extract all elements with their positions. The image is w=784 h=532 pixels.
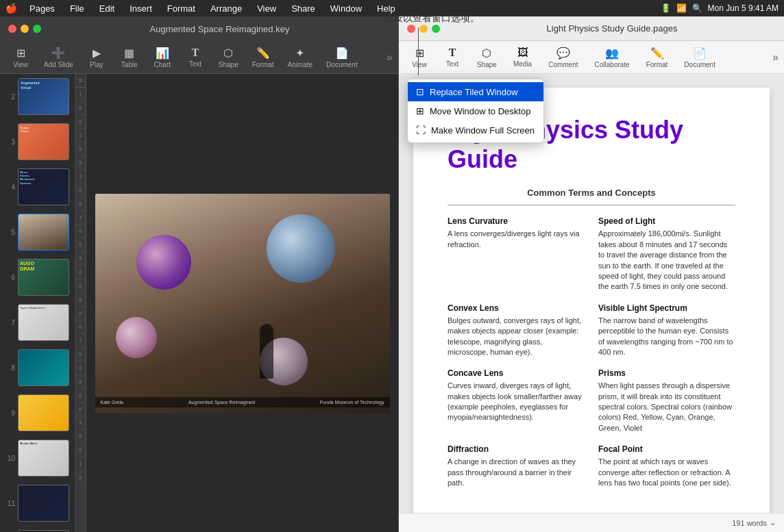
slide-thumb-7[interactable]: 7 Types of Applications [0, 300, 75, 345]
pages-text-button[interactable]: T Text [437, 44, 467, 71]
sphere-2 [267, 214, 335, 283]
pages-collaborate-icon: 👥 [605, 47, 619, 60]
slide-thumb-4[interactable]: 4 Micro-Electro-MechanicalSystems [0, 164, 75, 210]
context-menu: ⊡ Replace Tiled Window ⊞ Move Window to … [407, 79, 544, 143]
keynote-chart-button[interactable]: 📊 Chart [147, 44, 177, 71]
slide-thumb-9[interactable]: 9 [0, 390, 75, 435]
document-icon: 📄 [335, 47, 349, 60]
pages-toolbar-overflow-button[interactable]: » [772, 51, 779, 64]
document-terms-grid: Lens Curvature A lens converges/diverges… [448, 216, 735, 488]
chart-icon: 📊 [156, 47, 169, 60]
slide-preview-7: Types of Applications [18, 304, 69, 341]
pages-document-label: Document [684, 61, 715, 68]
keynote-document-button[interactable]: 📄 Document [321, 44, 363, 71]
menubar-share[interactable]: Share [289, 2, 318, 15]
format-label: Format [252, 61, 274, 68]
pages-document: Light Physics Study Guide Common Terms a… [413, 88, 770, 513]
slide-thumb-12[interactable]: 12 [0, 526, 75, 532]
keynote-format-button[interactable]: ✏️ Format [247, 44, 280, 71]
slide-thumbnail-panel[interactable]: 2 AugmentedVirtual 3 BudgetReport 4 Micr… [0, 74, 75, 532]
pages-shape-button[interactable]: ⬡ Shape [470, 44, 504, 71]
slide-thumb-2[interactable]: 2 AugmentedVirtual [0, 74, 75, 119]
term-3-label: Visible Light Spectrum [598, 303, 735, 313]
keynote-title: Augmented Space Reimagined.key [49, 24, 390, 34]
shape-label: Shape [219, 61, 238, 68]
term-convex-lens: Convex Lens Bulges outward, converges ra… [448, 303, 585, 358]
animate-label: Animate [287, 61, 313, 68]
keynote-play-button[interactable]: ▶ Play [82, 44, 112, 71]
menubar-pages[interactable]: Pages [27, 2, 58, 15]
menubar-insert[interactable]: Insert [127, 2, 155, 15]
pages-media-button[interactable]: 🖼 Media [506, 44, 539, 71]
menu-full-screen[interactable]: ⛶ Make Window Full Screen [408, 121, 543, 140]
slide-thumb-3[interactable]: 3 BudgetReport [0, 119, 75, 164]
chart-label: Chart [154, 61, 171, 68]
callout-line [418, 27, 419, 75]
view-label: View [13, 61, 28, 68]
pages-shape-icon: ⬡ [482, 47, 491, 60]
sphere-3 [116, 317, 157, 358]
menu-move-to-desktop-label: Move Window to Desktop [430, 106, 530, 116]
addslide-icon: ➕ [51, 47, 65, 60]
pages-view-button[interactable]: ⊞ View [404, 44, 434, 71]
clock-display: Mon Jun 5 9:41 AM [708, 3, 779, 13]
text-label: Text [189, 60, 201, 68]
keynote-view-button[interactable]: ⊞ View [5, 44, 36, 71]
slide-preview-6: AUGOGRAM [18, 259, 69, 296]
pages-maximize-button[interactable] [432, 25, 440, 33]
keynote-animate-button[interactable]: ✦ Animate [282, 44, 318, 71]
menubar-format[interactable]: Format [164, 2, 198, 15]
menu-full-screen-label: Make Window Full Screen [431, 125, 535, 136]
menubar-window[interactable]: Window [328, 2, 365, 15]
menubar-file[interactable]: File [67, 2, 87, 15]
pages-format-label: Format [646, 61, 668, 68]
slide-thumb-5[interactable]: 5 [0, 210, 75, 255]
shape-icon: ⬡ [223, 47, 233, 60]
pages-format-button[interactable]: ✏️ Format [639, 44, 675, 71]
callout-tooltip: 点按以查看窗口选项。 [384, 12, 480, 25]
search-icon[interactable]: 🔍 [692, 3, 702, 13]
document-divider [448, 205, 735, 205]
animate-icon: ✦ [295, 47, 304, 60]
keynote-canvas-area: 0 1 0 0 2 0 0 3 0 0 4 0 0 5 0 0 6 [75, 74, 398, 532]
slide-preview-9 [18, 394, 69, 431]
pages-comment-button[interactable]: 💬 Comment [541, 44, 585, 71]
slide-thumb-11[interactable]: 11 [0, 481, 75, 526]
term-6-def: A change in direction of waves as they p… [448, 457, 585, 488]
slide-thumb-6[interactable]: 6 AUGOGRAM [0, 255, 75, 300]
keynote-shape-button[interactable]: ⬡ Shape [213, 44, 244, 71]
slide-canvas[interactable]: Kate Grela Augmented Space Reimagined Fu… [86, 74, 398, 532]
term-4-def: Curves inward, diverges rays of light, m… [448, 381, 585, 423]
addslide-label: Add Slide [44, 61, 73, 68]
apple-menu[interactable]: 🍎 [5, 3, 17, 14]
menubar-view[interactable]: View [254, 2, 279, 15]
slide-thumb-10[interactable]: 10 Mosaic Micro [0, 435, 75, 481]
pages-minimize-button[interactable] [419, 25, 428, 33]
slide-preview-4: Micro-Electro-MechanicalSystems [18, 168, 69, 205]
view-icon: ⊞ [16, 47, 25, 60]
menu-replace-tiled-window[interactable]: ⊡ Replace Tiled Window [408, 82, 543, 101]
menubar-edit[interactable]: Edit [97, 2, 117, 15]
word-count-dropdown[interactable]: ⌄ [770, 518, 776, 527]
pages-text-icon: T [449, 47, 456, 59]
word-count-display: 191 words [732, 519, 767, 527]
pages-collaborate-button[interactable]: 👥 Collaborate [588, 44, 637, 71]
toolbar-overflow-button[interactable]: » [387, 51, 393, 64]
move-desktop-icon: ⊞ [416, 105, 424, 116]
keynote-minimize-button[interactable] [21, 25, 29, 33]
keynote-table-button[interactable]: ▦ Table [114, 44, 145, 71]
term-6-label: Diffraction [448, 444, 585, 454]
slide-preview-5 [18, 214, 69, 251]
pages-text-label: Text [446, 60, 458, 68]
keynote-addslide-button[interactable]: ➕ Add Slide [38, 44, 79, 71]
keynote-close-button[interactable] [8, 25, 16, 33]
pages-document-button[interactable]: 📄 Document [677, 44, 722, 71]
menu-move-to-desktop[interactable]: ⊞ Move Window to Desktop [408, 101, 543, 121]
slide-preview-8 [18, 349, 69, 386]
slide-thumb-8[interactable]: 8 [0, 345, 75, 390]
keynote-maximize-button[interactable] [33, 25, 41, 33]
menubar-arrange[interactable]: Arrange [208, 2, 245, 15]
term-7-def: The point at which rays or waves converg… [598, 457, 735, 488]
pages-close-button[interactable] [407, 25, 415, 33]
keynote-text-button[interactable]: T Text [180, 44, 210, 71]
